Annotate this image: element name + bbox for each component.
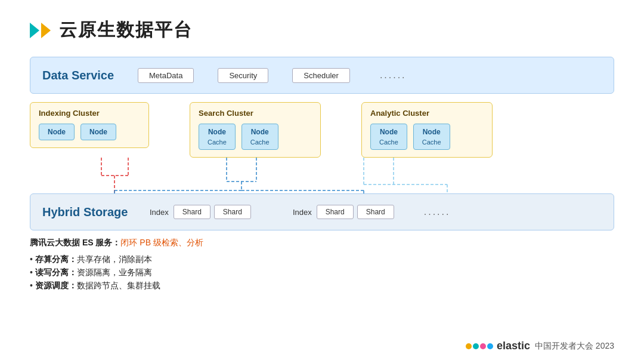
feature-item-1-label: 存算分离： <box>35 254 77 264</box>
analytic-node-2: Node Cache <box>413 124 450 150</box>
storage-groups: Index Shard Shard Index Shard Shard ....… <box>150 205 602 219</box>
hybrid-storage-box: Hybrid Storage Index Shard Shard Index S… <box>30 193 614 230</box>
slide: 云原生数据平台 Data Service MetaData Security S… <box>0 0 644 363</box>
elastic-brand: elastic <box>497 340 530 352</box>
analytic-cluster-nodes: Node Cache Node Cache <box>370 124 484 150</box>
metadata-chip: MetaData <box>138 68 194 83</box>
search-cache-2-label: Cache <box>250 139 270 146</box>
search-node-1: Node Cache <box>199 124 236 150</box>
feature-item-3-label: 资源调度： <box>35 281 77 290</box>
analytic-cache-2-label: Cache <box>422 139 441 146</box>
data-service-dots: ...... <box>380 70 407 81</box>
elastic-logo: elastic <box>466 340 530 352</box>
shard-chip-1-1: Shard <box>174 205 210 219</box>
search-cluster-title: Search Cluster <box>199 109 312 118</box>
feature-item-2: 读写分离：资源隔离，业务隔离 <box>30 266 614 279</box>
shard-chip-2-2: Shard <box>357 205 394 219</box>
indexing-node-1-label: Node <box>48 128 66 136</box>
clusters-row: Indexing Cluster Node Node Search Cluste… <box>30 102 614 158</box>
search-node-1-label: Node <box>208 128 226 136</box>
search-cache-1-label: Cache <box>208 139 227 146</box>
indexing-node-2: Node <box>80 124 116 140</box>
elastic-circle-2 <box>473 343 479 349</box>
data-service-label: Data Service <box>42 69 120 82</box>
arrow-icon-1 <box>30 23 39 38</box>
diagram-area: Data Service MetaData Security Scheduler… <box>30 57 614 230</box>
title-arrows <box>30 23 51 38</box>
storage-group-1: Index Shard Shard <box>150 205 251 219</box>
connector-svg <box>30 158 614 193</box>
analytic-cache-1-label: Cache <box>379 139 398 146</box>
arrow-icon-2 <box>41 23 51 38</box>
security-chip: Security <box>218 68 268 83</box>
analytic-cluster-title: Analytic Cluster <box>370 109 484 118</box>
footer: elastic 中国开发者大会 2023 <box>466 340 614 352</box>
scheduler-chip: Scheduler <box>292 68 350 83</box>
analytic-cluster: Analytic Cluster Node Cache Node Cache <box>361 102 493 158</box>
footer-tagline: 中国开发者大会 2023 <box>535 341 614 352</box>
storage-group-2: Index Shard Shard <box>293 205 394 219</box>
diagram-wrapper: Indexing Cluster Node Node Search Cluste… <box>30 102 614 230</box>
indexing-node-2-label: Node <box>89 128 107 136</box>
feature-list: 存算分离：共享存储，消除副本 读写分离：资源隔离，业务隔离 资源调度：数据跨节点… <box>30 253 614 293</box>
indexing-node-1: Node <box>39 124 75 140</box>
indexing-cluster-nodes: Node Node <box>39 124 140 140</box>
analytic-node-1: Node Cache <box>370 124 407 150</box>
analytic-node-1-label: Node <box>380 128 398 136</box>
page-title: 云原生数据平台 <box>59 18 193 42</box>
search-cluster-nodes: Node Cache Node Cache <box>199 124 312 150</box>
hybrid-storage-dots: ...... <box>424 207 451 217</box>
feature-item-3: 资源调度：数据跨节点、集群挂载 <box>30 279 614 293</box>
search-node-2: Node Cache <box>242 124 278 150</box>
elastic-circle-4 <box>487 343 493 349</box>
analytic-node-2-label: Node <box>423 128 441 136</box>
elastic-circle-3 <box>480 343 486 349</box>
service-chips: MetaData Security Scheduler ...... <box>138 68 602 83</box>
indexing-cluster-title: Indexing Cluster <box>39 109 140 118</box>
data-service-box: Data Service MetaData Security Scheduler… <box>30 57 614 94</box>
indexing-cluster: Indexing Cluster Node Node <box>30 102 149 148</box>
shard-chip-1-2: Shard <box>214 205 251 219</box>
feature-item-1: 存算分离：共享存储，消除副本 <box>30 253 614 266</box>
search-node-2-label: Node <box>251 128 269 136</box>
feature-item-3-value: 数据跨节点、集群挂载 <box>77 281 160 290</box>
index-label-2: Index <box>293 208 312 217</box>
hybrid-storage-label: Hybrid Storage <box>42 205 138 219</box>
main-feature: 腾讯云大数据 ES 服务：闭环 PB 级检索、分析 <box>30 238 614 248</box>
feature-item-2-value: 资源隔离，业务隔离 <box>77 267 152 277</box>
main-feature-highlight: 闭环 PB 级检索、分析 <box>120 238 203 247</box>
title-row: 云原生数据平台 <box>30 18 614 42</box>
shard-chip-2-1: Shard <box>317 205 354 219</box>
feature-item-2-label: 读写分离： <box>35 267 77 277</box>
index-label-1: Index <box>150 208 169 217</box>
main-feature-prefix: 腾讯云大数据 ES 服务： <box>30 238 120 247</box>
elastic-circle-1 <box>466 343 472 349</box>
bottom-section: 腾讯云大数据 ES 服务：闭环 PB 级检索、分析 存算分离：共享存储，消除副本… <box>30 238 614 293</box>
search-cluster: Search Cluster Node Cache Node Cache <box>190 102 321 158</box>
feature-item-1-value: 共享存储，消除副本 <box>77 254 152 264</box>
elastic-circles <box>466 343 493 349</box>
